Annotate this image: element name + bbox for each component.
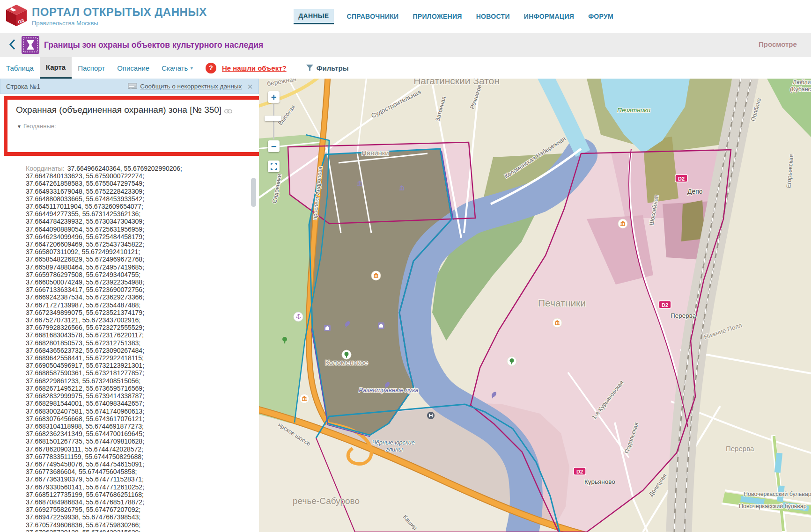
coordinate-line: 37.6687084986834, 55.6747685178872; — [26, 498, 227, 506]
coordinate-line: 37.665807311092, 55.6724992410121; — [26, 248, 227, 255]
zoom-slider-track[interactable] — [273, 104, 274, 139]
tree-icon — [507, 357, 516, 366]
svg-text:D2: D2 — [662, 302, 668, 308]
d2-station-badge: D2 — [675, 175, 687, 182]
coordinate-line: 37.6689642558441, 55.6722922418115; — [26, 354, 227, 362]
coordinate-line: 37.6682671495212, 55.6736595716569; — [26, 385, 227, 392]
nav-item-0[interactable]: ДАННЫЕ — [294, 9, 333, 24]
coordinate-line: 37.6646234099496, 55.6725484458179; — [26, 233, 227, 240]
coordinate-line: 37.6671727139987, 55.672354487488; — [26, 301, 227, 309]
map-label: речье-Сабурово — [293, 496, 360, 506]
coordinate-line: 37.6659786297508, 55.672493404755; — [26, 271, 227, 278]
map-label: Печатники — [538, 298, 586, 308]
coordinate-line: 37.6647840133623, 55.6759000722274; — [26, 172, 227, 180]
portal-title: ПОРТАЛ ОТКРЫТЫХ ДАННЫХ — [32, 6, 207, 19]
panel-header: Строка №1 Сообщить о некорректных данных… — [0, 79, 259, 94]
chevron-down-icon: ▾ — [190, 65, 193, 71]
d2-station-badge: D2 — [574, 467, 586, 475]
map-label: (Кубанская — [790, 86, 811, 93]
coordinate-line: 37.6684365623732, 55.6723090267484; — [26, 347, 227, 354]
zoom-out-button[interactable]: − — [268, 140, 280, 152]
coordinate-line: Координаты:37.664966240364, 55.676920299… — [26, 165, 227, 172]
coordinate-line: 37.6682801850573, 55.672312751383; — [26, 339, 227, 347]
house-icon — [378, 322, 384, 329]
svg-text:D2: D2 — [678, 176, 685, 182]
top-header: ОД ПОРТАЛ ОТКРЫТЫХ ДАННЫХ Правительства … — [0, 0, 811, 33]
nav-item-4[interactable]: ИНФОРМАЦИЯ — [523, 9, 575, 23]
map-label: Нагатинский Затон — [413, 79, 500, 86]
map-label: Чёрные юрские — [372, 439, 414, 446]
coordinate-line: 37.6681501267735, 55.6744709810628; — [26, 437, 227, 445]
coordinate-line: 37.6672349899075, 55.6723521374179; — [26, 309, 227, 316]
coordinate-line: 37.664494277355, 55.6731425362136; — [26, 210, 227, 218]
close-icon[interactable]: × — [244, 82, 256, 91]
object-panel: Строка №1 Сообщить о некорректных данных… — [0, 79, 259, 532]
tree-icon — [342, 350, 351, 359]
map-label: Курьяново — [584, 478, 615, 485]
tab-2[interactable]: Паспорт — [72, 57, 111, 79]
row-label: Строка №1 — [6, 83, 40, 90]
portal-logo-icon[interactable]: ОД — [5, 4, 28, 28]
coordinate-line: 37.6644784239932, 55.6730347304309; — [26, 218, 227, 225]
coordinate-line: 37.6679928326566, 55.6723272555529; — [26, 324, 227, 331]
map-label: Новочеркасский бульвар — [744, 491, 811, 497]
tab-1[interactable]: Карта — [40, 57, 72, 79]
zoom-in-button[interactable]: + — [268, 91, 280, 103]
funnel-icon — [306, 65, 313, 71]
nav-item-2[interactable]: ПРИЛОЖЕНИЯ — [412, 9, 463, 23]
coordinate-line: 37.6679330560141, 55.6747712610252; — [26, 483, 227, 491]
helipad-icon — [427, 412, 435, 419]
coordinate-line: 37.669472259938, 55.6747667398543; — [26, 513, 227, 521]
tab-0[interactable]: Таблица — [0, 57, 40, 79]
geodata-toggle[interactable]: ▼Геоданные: — [17, 123, 259, 130]
coordinate-line: 37.6683104118988, 55.6744691877273; — [26, 423, 227, 430]
coordinate-line: 37.6677495458076, 55.6744754615091; — [26, 460, 227, 468]
museum-icon — [553, 318, 562, 328]
dataset-title-bar: Границы зон охраны объектов культурного … — [0, 33, 811, 58]
coordinate-line: 37.6683002407581, 55.6741740960613; — [26, 408, 227, 415]
map-label: Разнотравные луга — [359, 386, 419, 394]
triangle-down-icon: ▼ — [17, 124, 22, 129]
coordinate-line: 37.668229861233, 55.6732408515056; — [26, 377, 227, 385]
map-canvas[interactable]: D2D2D2 Нагатинский ЗатонбережнаяВысокаяС… — [259, 79, 811, 532]
link-icon[interactable] — [224, 109, 232, 114]
tab-3[interactable]: Описание — [111, 57, 155, 79]
coordinate-line: 37.6645117011904, 55.6732609654077; — [26, 203, 227, 210]
back-button[interactable] — [7, 38, 18, 51]
coordinate-line: 37.6690504596917, 55.6732123921301; — [26, 362, 227, 369]
nav-item-5[interactable]: ФОРУМ — [587, 9, 614, 23]
tab-bar: ТаблицаКартаПаспортОписаниеСкачать▾ ? Не… — [0, 57, 811, 79]
coordinate-line: 37.6681683043578, 55.6723176220117; — [26, 331, 227, 339]
tab-4[interactable]: Скачать▾ — [155, 57, 199, 79]
main-nav: ДАННЫЕСПРАВОЧНИКИПРИЛОЖЕНИЯНОВОСТИИНФОРМ… — [294, 0, 614, 33]
not-found-link[interactable]: Не нашли объект? — [222, 64, 287, 72]
coordinate-line: 37.6667133633417, 55.6723690072756; — [26, 286, 227, 293]
help-icon[interactable]: ? — [206, 63, 216, 73]
nav-item-3[interactable]: НОВОСТИ — [475, 9, 511, 23]
map-label: Коломенское — [325, 358, 368, 366]
coordinate-line: 37.667527073121, 55.6723437002916; — [26, 316, 227, 324]
map-label: Перерва — [726, 445, 754, 452]
tulip-icon — [294, 312, 303, 321]
coordinate-line: 37.6669242387534, 55.6723629273366; — [26, 293, 227, 301]
views-label[interactable]: Просмотре — [759, 40, 811, 48]
filters-button[interactable]: Фильтры — [306, 57, 349, 79]
coordinate-line: 37.6682362341349, 55.6744700169645; — [26, 430, 227, 437]
fullscreen-icon — [271, 163, 277, 170]
coordinate-line: 37.6682981544001, 55.6740983442657; — [26, 400, 227, 407]
report-incorrect-data-link[interactable]: Сообщить о некорректных данных — [140, 83, 242, 90]
coordinate-line: 37.6644090889054, 55.6725631956959; — [26, 226, 227, 233]
panel-scrollbar[interactable] — [251, 178, 256, 207]
portal-subtitle: Правительства Москвы — [32, 20, 207, 27]
comment-icon — [128, 83, 137, 90]
coordinates-label: Координаты: — [26, 165, 65, 172]
coordinate-line: 37.6658548226829, 55.6724969672768; — [26, 255, 227, 263]
coordinate-line: 37.6658974880464, 55.6724957419685; — [26, 263, 227, 271]
nav-item-1[interactable]: СПРАВОЧНИКИ — [346, 9, 400, 23]
coordinate-line: 37.6682832999975, 55.6739414338787; — [26, 392, 227, 400]
zoom-slider-handle[interactable] — [265, 116, 281, 121]
map-label: Печатники — [617, 107, 651, 114]
coordinate-line: 37.6678620903111, 55.6744742028572; — [26, 445, 227, 453]
dataset-title: Границы зон охраны объектов культурного … — [44, 40, 263, 50]
fullscreen-button[interactable] — [268, 160, 280, 172]
